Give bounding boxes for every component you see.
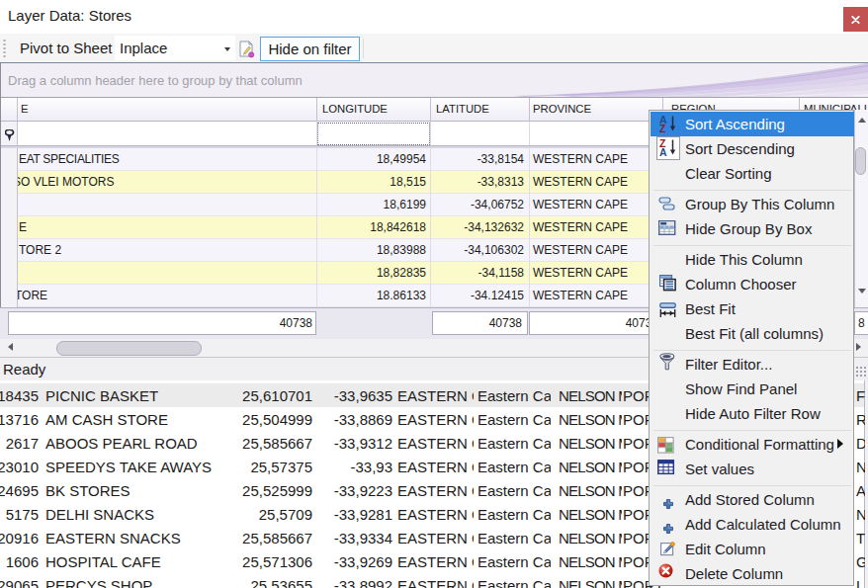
svg-text:Z: Z (659, 123, 666, 133)
svg-text:A: A (659, 146, 667, 157)
